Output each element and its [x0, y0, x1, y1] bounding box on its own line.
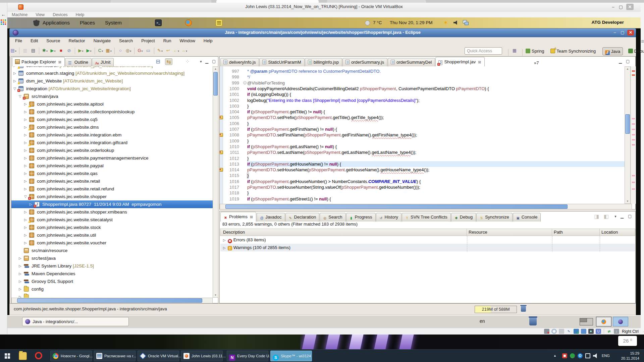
column-header-resource[interactable]: Resource	[469, 230, 487, 235]
run-icon[interactable]: ▶▾	[49, 47, 57, 55]
vbox-minimize-button[interactable]: –	[609, 4, 617, 10]
quick-access-input[interactable]	[465, 47, 502, 55]
gnome-menu-system[interactable]: System	[105, 20, 122, 25]
desktop-widget[interactable]: 26 ⁰	[618, 336, 637, 346]
code-line[interactable]: 1009 }	[220, 138, 632, 144]
tree-item[interactable]: src/main/resource	[11, 247, 213, 254]
code-line[interactable]: 1004 if (pShopperPayment.getTitle() != n…	[220, 109, 632, 115]
editor-tab-staticurlparamm[interactable]: StaticUrlParamM	[259, 58, 304, 67]
tree-item[interactable]: ▷config	[11, 285, 213, 293]
tree-item[interactable]: ▷com.johnlewis.jec.website.retail.refund	[11, 185, 213, 193]
tree-vertical-scrollbar[interactable]: ▲▼	[213, 66, 218, 298]
stop-icon[interactable]: ■	[57, 47, 65, 55]
forward-icon[interactable]: →▾	[180, 47, 188, 55]
code-line[interactable]: 1014 pPaymentDTO.setHouseName(pShopperPa…	[220, 167, 632, 173]
editor-launcher-icon[interactable]	[216, 19, 222, 26]
tree-item[interactable]: ▽×integration [ATG/trunk/dsm_jec_Website…	[11, 85, 213, 93]
editor-tab-deliveryinfo-js[interactable]: deliveryInfo.js	[220, 58, 259, 67]
row-expand-arrow[interactable]: ▷	[223, 246, 226, 250]
tree-item[interactable]: ▷dsm_jec_Website [ATG/trunk/dsm_jec_Webs…	[11, 77, 213, 85]
open-resource-icon[interactable]: ▭	[145, 47, 152, 55]
row-expand-arrow[interactable]: ▷	[223, 238, 226, 242]
code-line[interactable]: 998 */	[220, 74, 632, 80]
menu-edit[interactable]: Edit	[28, 37, 41, 44]
fold-collapse-icon[interactable]: −	[243, 81, 247, 84]
hdd-status-icon[interactable]	[544, 329, 549, 334]
tree-item[interactable]: ▷com.johnlewis.jec.website.dms	[11, 123, 213, 131]
column-header-description[interactable]: Description	[223, 230, 245, 235]
last-edit-icon[interactable]: ↩	[164, 47, 172, 55]
tree-collapsed-arrow[interactable]: ▷	[24, 116, 28, 123]
tab-declaration[interactable]: ✎Declaration	[285, 213, 320, 222]
tree-item[interactable]: ▷com.johnlewis.jec.website.util	[11, 231, 213, 239]
column-separator[interactable]	[552, 229, 552, 236]
search-icon[interactable]: ◎▾	[125, 47, 132, 55]
bottom-toolbar-dim-icon[interactable]: ◨	[593, 213, 600, 220]
code-line[interactable]: 1000void copyPaymentAddressDetails(Custo…	[220, 86, 632, 92]
taskbar-button-john-lewis-03-11[interactable]: John Lewis (03.11...	[181, 351, 223, 361]
error-quickfix-icon[interactable]	[220, 133, 223, 137]
taskbar-button-every-day-code-u[interactable]: NEvery Day Code U...	[227, 351, 268, 361]
window-preview-firefox[interactable]	[596, 317, 611, 326]
vbox-close-button[interactable]: ✕	[626, 4, 634, 10]
tree-item[interactable]: ▷com.johnlewis.jec.website.collectionpoi…	[11, 108, 213, 116]
tree-collapsed-arrow[interactable]: ▷	[24, 216, 28, 224]
code-line[interactable]: 1015 }	[220, 173, 632, 178]
tree-item[interactable]: ▽×src/main/java	[11, 93, 213, 100]
tree-collapsed-arrow[interactable]: ▷	[24, 123, 28, 131]
firefox-launcher-icon[interactable]	[185, 19, 192, 26]
tree-item[interactable]: ▷src/test/java	[11, 254, 213, 262]
editor-tab-overflow[interactable]: »7	[534, 60, 539, 65]
tree-collapsed-arrow[interactable]: ▷	[24, 208, 28, 216]
taskbar-button-skype-wi3124[interactable]: SSkype™ - wi3124	[270, 351, 312, 361]
tree-item[interactable]: ▷com.johnlewis.jec.website.integration.e…	[11, 131, 213, 139]
tree-collapsed-arrow[interactable]: ▷	[24, 108, 28, 116]
column-separator[interactable]	[599, 229, 600, 236]
tab-problems[interactable]: ✖Problems⊠	[220, 212, 256, 222]
workspace-switcher[interactable]	[580, 318, 593, 325]
panel-clock[interactable]: Thu Nov 20, 1:29 PM	[390, 20, 433, 25]
tree-collapsed-arrow[interactable]: ▷	[19, 278, 23, 285]
editor-horizontal-scrollbar[interactable]	[220, 204, 632, 209]
collapse-all-icon[interactable]: ⊟	[154, 58, 162, 65]
tab-history[interactable]: ↺History	[376, 213, 401, 222]
code-line[interactable]: 1001 if (isLoggingDebug()) {	[220, 92, 632, 97]
tree-collapsed-arrow[interactable]: ▷	[24, 100, 28, 108]
file-explorer-icon[interactable]	[19, 352, 27, 360]
bottom-toolbar-dim-icon2[interactable]: ◧	[602, 213, 610, 220]
menu-search[interactable]: Search	[116, 37, 136, 44]
opera-icon[interactable]	[35, 352, 42, 359]
volume-icon[interactable]	[453, 20, 458, 25]
network-tray-icon[interactable]	[585, 353, 590, 358]
annotations-icon[interactable]: ✎▾	[156, 47, 164, 55]
resize-grip[interactable]: ⁙	[642, 330, 644, 334]
error-quickfix-icon[interactable]	[220, 150, 223, 154]
tree-expanded-arrow[interactable]: ▽	[19, 93, 23, 100]
tree-item[interactable]: ▷com.johnlewis.jec.website.shopper.xmlbe…	[11, 208, 213, 216]
autoresize-status-icon[interactable]: ↓	[614, 329, 619, 334]
editor-tab-shopperimpl-jav[interactable]: J×ShopperImpl.jav⊠	[435, 57, 484, 67]
usb-status-icon[interactable]: U	[596, 329, 601, 334]
tab-debug[interactable]: ✱Debug	[451, 213, 476, 222]
column-header-location[interactable]: Location	[601, 230, 618, 235]
new-wizard-icon[interactable]: ▤▾	[10, 47, 17, 55]
tree-item[interactable]: ▷com.johnlewis.jec.website.retail	[11, 177, 213, 185]
tree-item-selected[interactable]: ▷J×ShopperImpl.java 80727 11/20/14 9:03 …	[11, 200, 213, 208]
editor-tab-billinginfo-jsp[interactable]: billingInfo.jsp	[305, 58, 342, 67]
skip-breakpoints-icon[interactable]: ⊘	[65, 47, 73, 55]
vbox-menu-view[interactable]: View	[36, 12, 45, 17]
debug-icon[interactable]: ✱▾	[41, 47, 49, 55]
column-separator[interactable]	[467, 229, 467, 236]
tree-collapsed-arrow[interactable]: ▷	[13, 77, 17, 85]
maximize-view-icon[interactable]: ▢	[212, 59, 216, 64]
code-line[interactable]: 999−@VisibleForTesting	[220, 80, 632, 86]
eclipse-minimize-button[interactable]: –	[611, 30, 618, 36]
menu-help[interactable]: Help	[201, 37, 215, 44]
perspective-debug[interactable]: Debug	[628, 47, 644, 55]
editor-minimize-icon[interactable]: ▁	[619, 59, 622, 64]
volume-tray-icon[interactable]	[593, 353, 598, 358]
close-icon[interactable]: ⊠	[58, 60, 61, 64]
sync-tray-icon[interactable]	[570, 353, 575, 358]
tree-collapsed-arrow[interactable]: ▷	[24, 131, 28, 139]
code-line[interactable]: 1007 if (pShopperPayment.getFirstName() …	[220, 126, 632, 132]
